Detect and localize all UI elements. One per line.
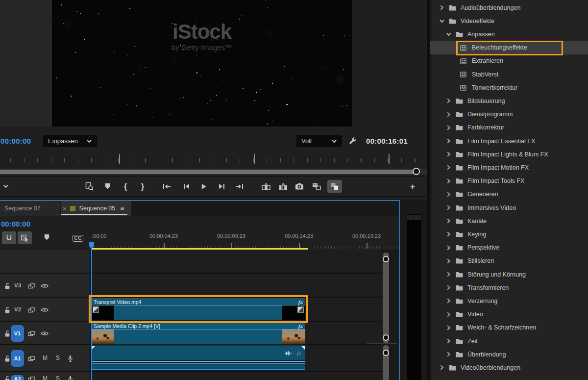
track-id-label[interactable]: V2	[14, 306, 21, 312]
audio-level-line[interactable]	[91, 363, 305, 364]
chevron-right-icon[interactable]	[446, 112, 451, 117]
work-area-bar[interactable]	[91, 248, 308, 250]
track-header-v1[interactable]: V1	[0, 322, 90, 345]
play-button[interactable]	[197, 180, 210, 193]
monitor-horizontal-scrollbar[interactable]	[0, 169, 427, 175]
chevron-right-icon[interactable]	[439, 5, 444, 10]
track-header-v2[interactable]: V2	[0, 298, 90, 322]
tree-item-tonwertkorrektur[interactable]: Tonwertkorrektur	[430, 81, 588, 94]
eye-icon[interactable]	[41, 283, 49, 288]
tree-item-stabverst[interactable]: StabVerst	[430, 68, 588, 81]
chevron-right-icon[interactable]	[446, 205, 451, 210]
track-target-badge[interactable]: A2	[11, 375, 24, 380]
tree-item-audio-berblendungen[interactable]: Audioüberblendungen	[430, 1, 588, 14]
chevron-right-icon[interactable]	[446, 285, 451, 290]
eye-icon[interactable]	[41, 331, 49, 336]
tree-item-film-impact-lights-blurs-fx[interactable]: Film Impact Lights & Blurs FX	[430, 148, 588, 161]
tree-item-dienstprogramm[interactable]: Dienstprogramm	[430, 108, 588, 121]
mic-icon[interactable]	[68, 355, 73, 362]
chevron-right-icon[interactable]	[446, 245, 451, 251]
zoom-level-select[interactable]: Einpassen	[43, 135, 97, 147]
timeline-clip-audio[interactable]: fx	[91, 346, 305, 370]
lock-icon[interactable]	[4, 355, 10, 362]
add-marker-button[interactable]	[101, 180, 114, 193]
chevron-right-icon[interactable]	[446, 272, 451, 277]
mark-out-button[interactable]: }	[136, 180, 149, 193]
fx-badge[interactable]: fx	[297, 350, 301, 356]
track-target-badge[interactable]: A1	[11, 350, 24, 367]
tree-item-st-rung-und-k-rnung[interactable]: Störung und Körnung	[430, 268, 588, 281]
lift-button[interactable]	[260, 180, 272, 193]
chevron-right-icon[interactable]	[446, 192, 451, 197]
timeline-settings-wrench-button[interactable]	[56, 232, 69, 242]
tree-item-bildsteuerung[interactable]: Bildsteuerung	[430, 94, 588, 107]
captions-button[interactable]: CC	[72, 233, 84, 243]
mark-in-button[interactable]: {	[119, 180, 132, 193]
mic-icon[interactable]	[68, 376, 73, 380]
tree-item-keying[interactable]: Keying	[430, 228, 588, 241]
chevron-right-icon[interactable]	[446, 312, 451, 317]
tree-item-berblendung[interactable]: Überblendung	[430, 348, 588, 361]
extract-button[interactable]	[277, 180, 290, 193]
tab-sequence-07[interactable]: Sequence 07	[0, 201, 60, 216]
sync-lock-icon[interactable]	[28, 283, 35, 289]
track-header-a2[interactable]: A2MS	[0, 372, 90, 380]
tree-item-beleuchtungseffekte[interactable]: Beleuchtungseffekte	[430, 41, 588, 54]
tree-item-video-berblendungen[interactable]: Videoüberblendungen	[430, 361, 588, 374]
insert-button[interactable]	[310, 180, 323, 193]
lock-icon[interactable]	[4, 330, 10, 337]
sync-lock-icon[interactable]	[28, 376, 35, 380]
program-monitor-video[interactable]: iStock by Getty Images™	[52, 0, 352, 127]
fx-badge[interactable]: fx	[298, 323, 303, 329]
monitor-settings-wrench-icon[interactable]	[349, 137, 357, 145]
fade-handle-icon[interactable]	[301, 346, 305, 350]
track-id-label[interactable]: V3	[14, 282, 21, 288]
tree-item-perspektive[interactable]: Perspektive	[430, 241, 588, 254]
timeline-clip-sample-media[interactable]: Sample Media Clip 2.mp4 [V] fx	[91, 323, 305, 345]
close-tab-icon[interactable]: ×	[63, 205, 67, 212]
video-tracks-scrollbar[interactable]	[383, 253, 389, 343]
chevron-right-icon[interactable]	[446, 218, 451, 224]
chevron-right-icon[interactable]	[446, 138, 451, 144]
chevron-right-icon[interactable]	[446, 258, 451, 264]
playhead-line[interactable]	[91, 242, 92, 380]
comparison-view-button[interactable]	[327, 180, 342, 193]
step-back-button[interactable]	[180, 180, 193, 193]
chevron-right-icon[interactable]	[446, 231, 451, 237]
lock-icon[interactable]	[4, 376, 10, 380]
mute-button[interactable]: M	[43, 355, 48, 361]
find-edit-button[interactable]	[83, 180, 96, 193]
tree-item-film-impact-motion-fx[interactable]: Film Impact Motion FX	[430, 161, 588, 174]
step-forward-button[interactable]	[215, 180, 228, 193]
tree-item-weich-scharfzeichnen[interactable]: Weich- & Scharfzeichnen	[430, 321, 588, 334]
timeline-clip-transpret-video[interactable]: Transpret Video.mp4 fx	[91, 299, 305, 320]
scrollbar-end-knob[interactable]	[413, 168, 420, 175]
tree-item-immersives-video[interactable]: Immersives Video	[430, 201, 588, 214]
tree-item-stilisieren[interactable]: Stilisieren	[430, 254, 588, 268]
export-frame-button[interactable]	[293, 180, 306, 193]
go-to-in-button[interactable]	[160, 180, 173, 193]
tree-item-film-impact-essential-fx[interactable]: Film Impact Essential FX	[430, 134, 588, 148]
tree-item-anpassen[interactable]: Anpassen	[430, 27, 588, 41]
scrollbar-knob[interactable]	[383, 334, 389, 341]
panel-options-chevron-icon[interactable]	[3, 183, 9, 189]
fx-badge[interactable]: fx	[298, 299, 303, 305]
chevron-right-icon[interactable]	[446, 352, 451, 357]
sync-lock-icon[interactable]	[28, 307, 35, 313]
add-marker-button[interactable]	[40, 232, 53, 242]
panel-menu-icon[interactable]: ≡	[120, 204, 124, 212]
chevron-right-icon[interactable]	[446, 298, 451, 304]
track-target-badge[interactable]: V1	[11, 325, 24, 342]
chevron-down-icon[interactable]	[439, 18, 445, 24]
lock-icon[interactable]	[4, 306, 10, 314]
chevron-right-icon[interactable]	[446, 338, 451, 344]
solo-button[interactable]: S	[56, 375, 60, 380]
tree-item-farbkorrektur[interactable]: Farbkorrektur	[430, 121, 588, 134]
tree-item-kan-le[interactable]: Kanäle	[430, 214, 588, 228]
button-editor-button[interactable]: +	[406, 180, 419, 193]
sync-lock-icon[interactable]	[28, 330, 35, 337]
sync-lock-icon[interactable]	[28, 355, 35, 362]
tree-item-generieren[interactable]: Generieren	[430, 188, 588, 201]
scrollbar-knob[interactable]	[383, 350, 389, 356]
scrollbar-thumb[interactable]	[0, 170, 414, 174]
